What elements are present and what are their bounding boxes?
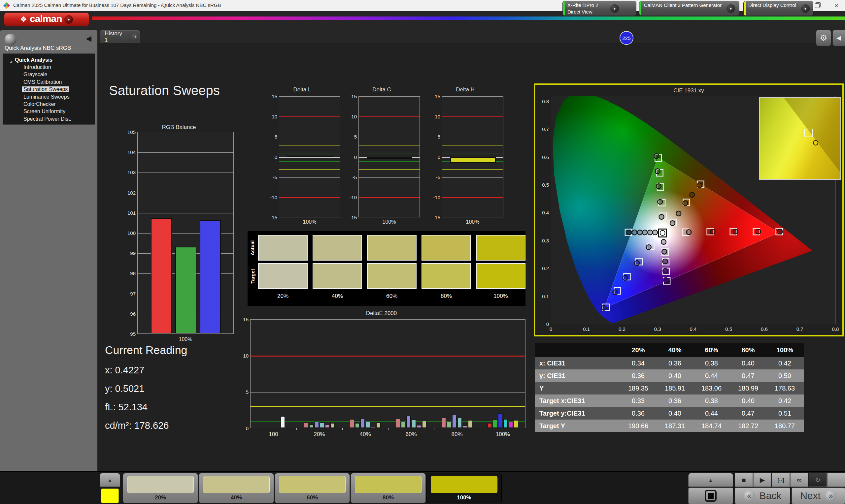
rgb-balance-plot: 9596979899100101102103104105 xyxy=(137,132,234,334)
level-swatch xyxy=(279,476,346,493)
deltae-bar xyxy=(514,420,518,428)
back-button[interactable]: « Back xyxy=(735,487,790,504)
pattern-level-80%[interactable]: 80% xyxy=(351,473,426,503)
swatch-col-label: 60% xyxy=(367,293,417,300)
rgb-balance-chart[interactable]: RGB Balance 9596979899100101102103104105… xyxy=(123,124,235,348)
reference-line xyxy=(442,145,503,145)
sidebar-collapse-icon[interactable]: ◀ xyxy=(86,34,91,43)
sidebar-item-cms-calibration[interactable]: CMS Calibration xyxy=(3,78,95,86)
table-cell: 0.42 xyxy=(767,397,803,405)
sidebar-item-label: Luminance Sweeps xyxy=(22,94,71,100)
pattern-level-100%[interactable]: 100% xyxy=(426,473,502,503)
sidebar-item-spectral-power-dist-[interactable]: Spectral Power Dist. xyxy=(3,115,95,123)
measured-point xyxy=(661,239,666,245)
table-header-cell: 40% xyxy=(656,346,693,354)
x-tick-label: 0.8 xyxy=(831,326,840,332)
play-button[interactable]: ▶ xyxy=(753,473,771,487)
sidebar-item-luminance-sweeps[interactable]: Luminance Sweeps xyxy=(3,93,95,101)
table-cell: 0.34 xyxy=(620,360,656,367)
meter-mode: Direct View xyxy=(567,9,593,15)
actual-target-swatch-panel: ActualTarget20%40%60%80%100% xyxy=(248,231,526,306)
table-cell: 0.38 xyxy=(693,397,730,405)
refresh-button[interactable]: ↻ xyxy=(809,473,827,487)
chart-title: CIE 1931 xy xyxy=(535,87,842,94)
x-axis-tick xyxy=(480,428,480,430)
display-control-dropdown[interactable]: Direct Display Control ▼ xyxy=(743,1,813,16)
gridline xyxy=(250,392,525,393)
pattern-up-button[interactable]: ▲ xyxy=(100,473,120,487)
delta-l-chart[interactable]: Delta L 151050-5-10-15 100% xyxy=(264,86,340,225)
deltae-bar xyxy=(330,423,335,428)
step-button[interactable]: [··] xyxy=(772,473,790,487)
swatch-col-label: 40% xyxy=(313,293,362,300)
y-tick-label: -10 xyxy=(264,195,277,200)
table-header-cell: 80% xyxy=(730,346,767,354)
sidebar-item-screen-uniformity[interactable]: Screen Uniformity xyxy=(3,108,95,115)
level-swatch xyxy=(127,476,194,493)
add-tab-button[interactable]: + xyxy=(131,33,140,41)
x-axis-label: 100% xyxy=(279,219,340,225)
deltae-bar xyxy=(406,415,411,428)
collapse-panel-button[interactable]: ◀ xyxy=(832,30,845,46)
cie-1931-chart[interactable]: CIE 1931 xy 00.10.20.30.40.50.60.70.800.… xyxy=(534,84,844,337)
sidebar-item-colorchecker[interactable]: ColorChecker xyxy=(3,101,95,108)
saturation-data-table: 20%40%60%80%100%x: CIE310.340.360.380.40… xyxy=(535,343,804,432)
transport-up-button[interactable]: ▲ xyxy=(688,473,733,487)
measured-point xyxy=(657,199,663,204)
calman-menu-button[interactable]: ❖ calman ▼ xyxy=(4,13,89,26)
meter-dropdown[interactable]: X-Rite i1Pro 2 Direct View ▼ xyxy=(562,1,636,16)
delta-l-plot: 151050-5-10-15 xyxy=(279,96,340,217)
deltae-bar xyxy=(463,426,467,428)
swatch-actual-60% xyxy=(367,235,417,260)
measured-point xyxy=(733,229,738,234)
y-tick-label: 0.6 xyxy=(538,155,549,160)
reference-line xyxy=(359,197,420,198)
table-cell: 184.74 xyxy=(693,422,730,430)
play-icon: ▶ xyxy=(760,476,765,484)
y-tick-label: 15 xyxy=(427,94,440,99)
swatch-target-60% xyxy=(367,263,417,289)
next-button[interactable]: Next » xyxy=(792,487,845,504)
pattern-level-40%[interactable]: 40% xyxy=(199,473,274,503)
workflow-sphere-button[interactable] xyxy=(5,34,17,46)
pattern-color-swatch[interactable] xyxy=(101,488,119,503)
reference-line xyxy=(359,161,420,162)
chevron-left-icon: ◀ xyxy=(837,34,841,41)
generator-name: CalMAN Client 3 Pattern Generator xyxy=(644,2,722,8)
deltae-bar xyxy=(396,419,400,428)
tab-history-1[interactable]: History 1 + xyxy=(100,30,140,43)
deltae-bar xyxy=(509,421,513,428)
table-cell: 190.66 xyxy=(620,422,656,430)
pattern-generator-dropdown[interactable]: CalMAN Client 3 Pattern Generator ▼ xyxy=(639,1,739,16)
close-icon[interactable]: × xyxy=(828,0,845,11)
pattern-window-icon xyxy=(705,490,717,502)
settings-button[interactable]: ⚙ xyxy=(816,30,831,46)
y-tick-label: 5 xyxy=(264,134,277,140)
page-title: Saturation Sweeps xyxy=(109,83,220,98)
sidebar-item-grayscale[interactable]: Grayscale xyxy=(3,71,95,78)
tree-root-quick-analysis[interactable]: ◢ Quick Analysis xyxy=(3,56,95,64)
pattern-level-20%[interactable]: 20% xyxy=(123,473,198,503)
table-cell: 0.50 xyxy=(767,372,803,380)
delta-c-chart[interactable]: Delta C 151050-5-10-15 100% xyxy=(344,86,420,225)
deltae-bar xyxy=(366,421,370,428)
delta-h-chart[interactable]: Delta H 151050-5-10-15 100% xyxy=(427,86,504,225)
pattern-level-60%[interactable]: 60% xyxy=(275,473,350,503)
sidebar-item-introduction[interactable]: Introduction xyxy=(3,64,95,71)
current-reading-title: Current Reading xyxy=(105,344,187,357)
measured-point xyxy=(756,229,761,234)
app-diamond-icon xyxy=(3,2,10,9)
reference-line xyxy=(279,153,340,154)
blank-button[interactable] xyxy=(827,473,845,487)
y-tick-label: 0.7 xyxy=(538,126,549,132)
y-tick-label: 0 xyxy=(538,321,549,327)
measured-point xyxy=(623,275,628,281)
deltae-bar xyxy=(320,422,324,428)
deltae-bar xyxy=(325,425,330,428)
pattern-window-button[interactable] xyxy=(688,487,733,504)
stop-button[interactable]: ■ xyxy=(735,473,753,487)
deltae-2000-chart[interactable]: DeltaE 2000 05101510020%40%60%80%100% xyxy=(235,310,527,439)
sidebar-item-saturation-sweeps[interactable]: Saturation Sweeps xyxy=(3,86,95,93)
loop-button[interactable]: ∞ xyxy=(790,473,808,487)
table-cell: 0.44 xyxy=(693,410,730,417)
